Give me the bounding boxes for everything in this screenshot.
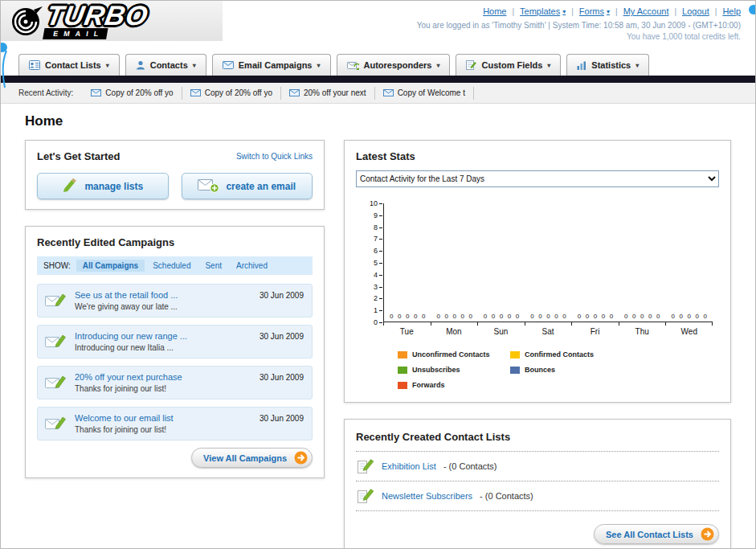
contact-list-item[interactable]: Exhibition List - (0 Contacts) bbox=[356, 452, 719, 481]
x-axis-label: Wed bbox=[665, 322, 713, 336]
page-title: Home bbox=[25, 113, 731, 129]
bar-group: 00000 bbox=[666, 203, 713, 322]
legend-swatch bbox=[398, 367, 407, 374]
arrow-right-icon bbox=[294, 451, 308, 465]
bar-value-label: 0 bbox=[672, 313, 675, 320]
bar-value-label: 0 bbox=[538, 313, 541, 320]
bar-value-label: 0 bbox=[516, 313, 519, 320]
email-campaigns-icon bbox=[223, 61, 234, 69]
nav-tab-email-campaigns[interactable]: Email Campaigns ▾ bbox=[212, 54, 331, 76]
y-axis-tick: 0 bbox=[374, 319, 382, 326]
legend-label: Forwards bbox=[412, 381, 445, 389]
tab-all-campaigns[interactable]: All Campaigns bbox=[76, 260, 145, 272]
see-all-contact-lists-button[interactable]: See All Contact Lists bbox=[594, 524, 719, 544]
bar-value-label: 0 bbox=[484, 313, 487, 320]
nav-tab-label: Email Campaigns bbox=[239, 60, 313, 70]
header-link-help[interactable]: Help bbox=[722, 6, 741, 16]
header: TURBO EMAIL Home | Templates▾ | Forms▾ |… bbox=[1, 1, 755, 51]
header-link-templates[interactable]: Templates▾ bbox=[520, 6, 566, 16]
recent-activity-item[interactable]: Copy of Welcome t bbox=[375, 87, 474, 100]
y-axis-tick: 2 bbox=[374, 295, 382, 302]
recent-activity-item[interactable]: 20% off your next bbox=[281, 87, 375, 100]
contact-list-item[interactable]: Newsletter Subscribers - (0 Contacts) bbox=[356, 481, 719, 511]
envelope-pencil-icon bbox=[45, 332, 67, 354]
create-email-button[interactable]: create an email bbox=[182, 173, 313, 199]
y-axis-tick: 4 bbox=[374, 272, 382, 279]
chevron-down-icon: ▾ bbox=[436, 62, 439, 69]
switch-quick-links-link[interactable]: Switch to Quick Links bbox=[236, 152, 313, 161]
left-column: Let's Get Started Switch to Quick Links … bbox=[25, 140, 325, 478]
view-all-campaigns-button[interactable]: View All Campaigns bbox=[191, 448, 313, 468]
bar-value-label: 0 bbox=[696, 313, 699, 320]
chevron-down-icon: ▾ bbox=[317, 62, 320, 69]
tab-scheduled[interactable]: Scheduled bbox=[146, 260, 197, 272]
campaigns-title: Recently Edited Campaigns bbox=[37, 236, 313, 248]
header-link-home[interactable]: Home bbox=[483, 6, 506, 16]
legend-item: Bounces bbox=[510, 366, 623, 374]
campaign-date: 30 Jun 2009 bbox=[259, 414, 304, 423]
recent-activity-item[interactable]: Copy of 20% off yo bbox=[83, 87, 182, 100]
chevron-down-icon: ▾ bbox=[562, 8, 566, 15]
bar-group: 00000 bbox=[572, 203, 619, 322]
tab-sent[interactable]: Sent bbox=[198, 260, 228, 272]
bar-value-label: 0 bbox=[562, 313, 566, 320]
nav-tab-label: Contacts bbox=[150, 60, 188, 70]
legend-swatch bbox=[510, 367, 520, 374]
campaign-subtitle: Thanks for joining our list! bbox=[75, 425, 244, 434]
recent-activity-item[interactable]: Copy of 20% off yo bbox=[182, 87, 281, 100]
envelope-icon bbox=[190, 89, 201, 96]
bar-value-label: 0 bbox=[578, 313, 581, 320]
nav-tab-contact-lists[interactable]: Contact Lists ▾ bbox=[18, 54, 120, 76]
header-link-label: Forms bbox=[579, 6, 604, 16]
manage-lists-label: manage lists bbox=[84, 181, 143, 192]
stats-period-select[interactable]: Contact Activity for the Last 7 Days bbox=[356, 170, 719, 187]
tab-archived[interactable]: Archived bbox=[230, 260, 274, 272]
nav-tab-contacts[interactable]: Contacts ▾ bbox=[125, 54, 206, 76]
arrow-right-icon bbox=[701, 527, 714, 541]
blue-tail bbox=[1, 51, 10, 92]
header-link-forms[interactable]: Forms▾ bbox=[579, 6, 610, 16]
stats-chart: 109876543210 000000000000000000000000000… bbox=[356, 203, 719, 389]
campaign-row[interactable]: Introducing our new range ... Introducin… bbox=[37, 325, 313, 358]
create-email-label: create an email bbox=[226, 181, 296, 192]
campaign-row[interactable]: 20% off your next purchase Thanks for jo… bbox=[37, 366, 313, 399]
nav-tab-statistics[interactable]: Statistics ▾ bbox=[566, 54, 649, 76]
bar-value-label: 0 bbox=[530, 313, 533, 320]
custom-fields-icon bbox=[466, 60, 476, 70]
legend-label: Confirmed Contacts bbox=[525, 350, 594, 358]
legend-label: Bounces bbox=[525, 366, 555, 374]
chevron-down-icon: ▾ bbox=[106, 62, 109, 69]
header-link-my-account[interactable]: My Account bbox=[623, 6, 669, 16]
chart-legend: Unconfirmed ContactsConfirmed ContactsUn… bbox=[398, 350, 713, 389]
contact-list-name[interactable]: Newsletter Subscribers bbox=[382, 491, 472, 501]
campaign-title[interactable]: 20% off your next purchase bbox=[75, 372, 244, 382]
campaign-title[interactable]: Welcome to our email list bbox=[75, 413, 244, 423]
link-separator: | bbox=[571, 7, 574, 16]
campaign-title[interactable]: Introducing our new range ... bbox=[75, 331, 244, 341]
campaign-row[interactable]: Welcome to our email list Thanks for joi… bbox=[37, 407, 313, 440]
campaign-row[interactable]: See us at the retail food ... We're givi… bbox=[37, 284, 313, 318]
nav-tab-label: Contact Lists bbox=[45, 60, 101, 70]
contact-list-name[interactable]: Exhibition List bbox=[382, 461, 436, 471]
y-axis-tick: 1 bbox=[374, 307, 382, 314]
campaigns-list: See us at the retail food ... We're givi… bbox=[37, 284, 313, 440]
nav-tab-custom-fields[interactable]: Custom Fields ▾ bbox=[456, 54, 561, 76]
recent-activity-item-label: Copy of 20% off yo bbox=[105, 88, 173, 97]
bar-value-label: 0 bbox=[398, 313, 401, 320]
manage-lists-button[interactable]: manage lists bbox=[37, 173, 169, 199]
bar-value-label: 0 bbox=[508, 313, 511, 320]
header-link-logout[interactable]: Logout bbox=[682, 6, 709, 16]
y-axis-tick: 10 bbox=[370, 200, 382, 207]
logo-swoosh-icon bbox=[7, 3, 44, 40]
x-axis-label: Mon bbox=[431, 322, 478, 336]
bar-group: 00000 bbox=[525, 203, 571, 322]
bar-group: 00000 bbox=[619, 203, 665, 322]
chevron-down-icon: ▾ bbox=[607, 8, 610, 15]
bar-value-label: 0 bbox=[602, 313, 605, 320]
nav-tab-autoresponders[interactable]: Autoresponders ▾ bbox=[337, 54, 451, 76]
campaign-title[interactable]: See us at the retail food ... bbox=[75, 290, 244, 300]
contact-list-detail: - (0 Contacts) bbox=[480, 491, 533, 501]
page: TURBO EMAIL Home | Templates▾ | Forms▾ |… bbox=[0, 0, 756, 549]
campaign-subtitle: Thanks for joining our list! bbox=[75, 384, 244, 393]
chevron-down-icon: ▾ bbox=[547, 62, 550, 69]
